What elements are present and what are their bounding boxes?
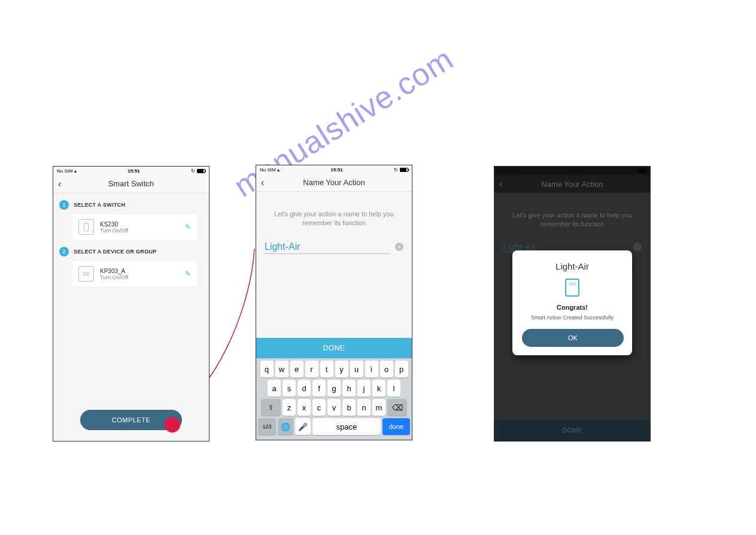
nav-bar: ‹ Name Your Action: [494, 175, 650, 193]
key-a[interactable]: a: [268, 380, 281, 397]
status-bar: No SIM ▴ 15:51 ↻: [53, 167, 209, 175]
done-bar-dimmed: DONE: [494, 419, 650, 441]
numbers-key[interactable]: 123: [258, 418, 276, 435]
clear-input-icon[interactable]: ×: [395, 243, 403, 251]
hint-text: Let's give your action a name to help yo…: [256, 192, 412, 240]
key-t[interactable]: t: [320, 361, 333, 377]
key-u[interactable]: u: [350, 361, 363, 377]
key-s[interactable]: s: [283, 380, 296, 397]
key-m[interactable]: m: [372, 399, 385, 416]
globe-key[interactable]: 🌐: [278, 418, 293, 435]
key-c[interactable]: c: [312, 399, 326, 416]
nav-bar: ‹ Smart Switch: [53, 175, 209, 193]
status-right: ↻: [191, 168, 205, 174]
key-y[interactable]: y: [335, 361, 348, 377]
key-i[interactable]: i: [365, 361, 378, 377]
carrier-label: No SIM ▴: [57, 168, 77, 174]
modal-congrats: Congrats!: [522, 304, 623, 311]
key-f[interactable]: f: [312, 380, 326, 397]
key-j[interactable]: j: [357, 380, 371, 397]
key-q[interactable]: q: [260, 361, 274, 377]
device-name: KP303_A: [100, 268, 128, 274]
success-modal: Light-Air Congrats! Smart Action Created…: [512, 250, 632, 355]
key-w[interactable]: w: [275, 361, 289, 377]
switch-sub: Turn On/Off: [100, 228, 128, 234]
key-d[interactable]: d: [297, 380, 311, 397]
nav-title: Name Your Action: [494, 180, 650, 189]
modal-message: Smart Action Created Successfully: [522, 315, 623, 321]
keyboard-done-key[interactable]: done: [382, 418, 410, 435]
ios-keyboard: qwertyuiop asdfghjkl ⇧ zxcvbnm ⌫ 123 🌐 🎤…: [256, 358, 412, 440]
modal-title: Light-Air: [522, 261, 623, 271]
clock-label: 15:51: [330, 167, 342, 173]
section-2-header: 2 SELECT A DEVICE OR GROUP: [53, 240, 209, 261]
key-n[interactable]: n: [357, 399, 371, 416]
backspace-key[interactable]: ⌫: [387, 399, 407, 416]
phone-screenshot-3: No SIM ▴ 15:51 ↻ ‹ Name Your Action Let'…: [494, 166, 651, 442]
plug-icon: [78, 266, 94, 282]
step-2-badge: 2: [59, 247, 69, 256]
section-1-header: 1 SELECT A SWITCH: [53, 193, 209, 214]
key-z[interactable]: z: [283, 399, 296, 416]
key-r[interactable]: r: [305, 361, 318, 377]
back-icon[interactable]: ‹: [58, 179, 61, 189]
nav-title: Smart Switch: [53, 179, 209, 188]
status-bar: No SIM ▴ 15:51 ↻: [494, 167, 650, 175]
clock-label: 15:51: [127, 168, 139, 174]
key-o[interactable]: o: [380, 361, 393, 377]
nav-title: Name Your Action: [256, 178, 412, 187]
device-sub: Turn On/Off: [100, 274, 128, 280]
carrier-label: No SIM ▴: [498, 168, 518, 174]
status-bar: No SIM ▴ 15:51 ↻: [256, 165, 412, 174]
key-k[interactable]: k: [372, 380, 385, 397]
section-1-label: SELECT A SWITCH: [74, 202, 125, 208]
key-v[interactable]: v: [327, 399, 341, 416]
key-e[interactable]: e: [290, 361, 303, 377]
action-name-row: ×: [256, 240, 412, 254]
modal-ok-button[interactable]: OK: [522, 329, 624, 347]
switch-created-icon: [565, 279, 579, 297]
back-icon[interactable]: ‹: [261, 177, 264, 188]
key-x[interactable]: x: [297, 399, 311, 416]
status-right: ↻: [632, 168, 646, 174]
pencil-icon[interactable]: ✎: [185, 270, 191, 278]
section-2-label: SELECT A DEVICE OR GROUP: [74, 249, 157, 255]
action-name-input[interactable]: [265, 240, 390, 254]
back-icon[interactable]: ‹: [499, 179, 502, 189]
key-b[interactable]: b: [342, 399, 356, 416]
mic-key[interactable]: 🎤: [295, 418, 311, 435]
nav-bar: ‹ Name Your Action: [256, 174, 412, 192]
key-p[interactable]: p: [395, 361, 408, 377]
space-key[interactable]: space: [312, 418, 381, 435]
phone-screenshot-1: No SIM ▴ 15:51 ↻ ‹ Smart Switch 1 SELECT…: [53, 166, 210, 442]
key-h[interactable]: h: [342, 380, 356, 397]
carrier-label: No SIM ▴: [260, 167, 280, 173]
phone-screenshot-2: No SIM ▴ 15:51 ↻ ‹ Name Your Action Let'…: [256, 165, 412, 440]
switch-name: KS230: [100, 221, 128, 228]
step-1-badge: 1: [59, 200, 69, 210]
key-g[interactable]: g: [327, 380, 341, 397]
key-l[interactable]: l: [387, 380, 400, 397]
clear-icon-dimmed: [633, 243, 642, 251]
shift-key[interactable]: ⇧: [261, 399, 281, 416]
hint-text-dimmed: Let's give your action a name to help yo…: [494, 193, 650, 241]
pencil-icon[interactable]: ✎: [185, 223, 191, 231]
status-right: ↻: [394, 167, 408, 173]
switch-row[interactable]: KS230 Turn On/Off ✎: [72, 214, 197, 240]
done-bar[interactable]: DONE: [256, 338, 412, 358]
tap-indicator-dot: [165, 417, 180, 433]
switch-icon: [78, 219, 94, 235]
device-row[interactable]: KP303_A Turn On/Off ✎: [72, 261, 197, 286]
clock-label: 15:51: [569, 168, 581, 174]
